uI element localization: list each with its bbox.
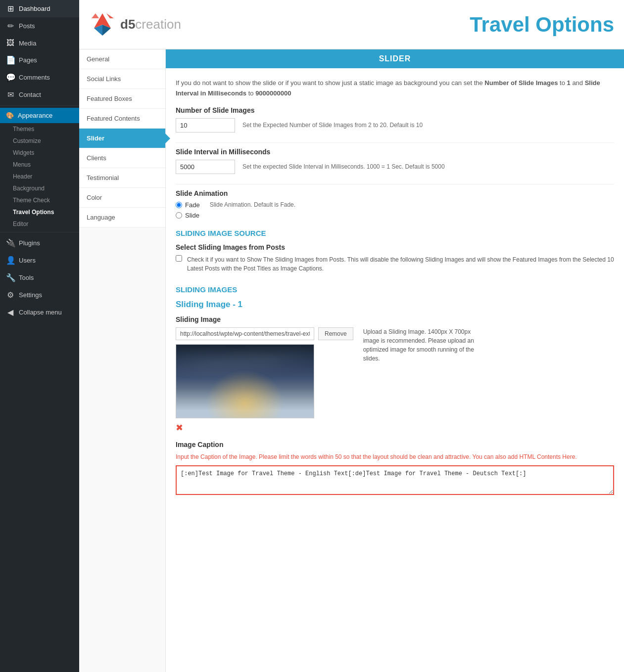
appearance-icon: 🎨 (6, 112, 14, 119)
sidebar-item-posts[interactable]: ✏ Posts (0, 17, 79, 35)
subnav-item-general[interactable]: General (79, 49, 165, 69)
subnav-item-color[interactable]: Color (79, 188, 165, 208)
sidebar-sub-item-themes[interactable]: Themes (0, 123, 79, 135)
sub-nav: General Social Links Featured Boxes Feat… (79, 49, 166, 672)
logo-d5: d5 (120, 17, 135, 32)
slide-animation-label: Slide Animation (176, 189, 614, 197)
sliding-source-checkbox-text: Check it if you want to Show The Sliding… (187, 255, 614, 273)
sidebar-item-appearance[interactable]: 🎨 Appearance (0, 108, 79, 123)
sliding-image-1-left: Remove ✖ (176, 327, 353, 433)
image-url-row: Remove (176, 327, 353, 340)
logo-icon (89, 11, 116, 38)
animation-fade-option[interactable]: Fade (176, 201, 200, 209)
subnav-item-featuredboxes[interactable]: Featured Boxes (79, 89, 165, 109)
logo-area: d5creation (89, 11, 181, 38)
svg-marker-4 (106, 13, 114, 18)
image-url-input[interactable] (176, 327, 314, 340)
sliding-image-1-row: Remove ✖ Upload a Sliding Image. 1400px … (176, 327, 614, 433)
divider-1 (176, 142, 614, 143)
slide-animation-group: Slide Animation Fade Slide (176, 189, 614, 219)
sidebar-sub-item-traveloptions[interactable]: Travel Options (0, 206, 79, 218)
num-slide-label: Number of Slide Images (176, 106, 614, 114)
subnav-item-language[interactable]: Language (79, 208, 165, 227)
animation-row: Fade Slide Slide Animation. Default is F… (176, 201, 614, 219)
divider (0, 105, 79, 106)
animation-slide-option[interactable]: Slide (176, 212, 200, 219)
slide-interval-label: Slide Interval in Milliseconds (176, 148, 614, 156)
slide-clouds (176, 347, 314, 387)
subnav-item-sociallinks[interactable]: Social Links (79, 69, 165, 89)
main-area: d5creation Travel Options General Social… (79, 0, 624, 672)
animation-slide-radio[interactable] (176, 212, 182, 219)
sidebar-item-tools[interactable]: 🔧 Tools (0, 269, 79, 286)
remove-button[interactable]: Remove (318, 327, 353, 340)
slider-section-header: SLIDER (166, 49, 624, 68)
num-slide-group: Number of Slide Images Set the Expected … (176, 106, 614, 133)
image-caption-label: Image Caption (176, 441, 614, 448)
num-slide-row: Set the Expected Number of Slide Images … (176, 118, 614, 133)
settings-icon: ⚙ (6, 290, 15, 300)
sidebar-item-plugins[interactable]: 🔌 Plugins (0, 234, 79, 252)
num-slide-input[interactable] (176, 118, 235, 133)
sidebar-item-pages[interactable]: 📄 Pages (0, 51, 79, 69)
users-icon: 👤 (6, 256, 15, 265)
sidebar: ⊞ Dashboard ✏ Posts 🖼 Media 📄 Pages 💬 Co… (0, 0, 79, 672)
sliding-source-header: SLIDING IMAGE SOURCE (176, 229, 614, 237)
media-icon: 🖼 (6, 39, 15, 47)
subnav-item-testimonial[interactable]: Testimonial (79, 168, 165, 188)
slide-interval-hint: Set the expected Slide Interval in Milli… (242, 163, 614, 170)
comments-icon: 💬 (6, 73, 15, 82)
sidebar-sub-item-widgets[interactable]: Widgets (0, 147, 79, 159)
content-wrapper: General Social Links Featured Boxes Feat… (79, 49, 624, 672)
logo-creation: creation (135, 17, 181, 32)
caption-textarea[interactable]: [:en]Test Image for Travel Theme - Engli… (176, 465, 614, 495)
sidebar-sub-item-themecheck[interactable]: Theme Check (0, 194, 79, 206)
collapse-icon: ◀ (6, 308, 15, 317)
logo-text: d5creation (120, 17, 181, 32)
animation-radio-group: Fade Slide (176, 201, 200, 219)
svg-marker-3 (92, 13, 99, 18)
sidebar-sub-item-header[interactable]: Header (0, 171, 79, 182)
animation-hint: Slide Animation. Default is Fade. (210, 201, 614, 208)
sidebar-item-contact[interactable]: ✉ Contact (0, 86, 79, 103)
sidebar-item-settings[interactable]: ⚙ Settings (0, 286, 79, 304)
sidebar-sub-item-background[interactable]: Background (0, 182, 79, 194)
sidebar-item-collapse[interactable]: ◀ Collapse menu (0, 304, 79, 321)
sliding-image-1-label: Sliding Image (176, 315, 614, 323)
sliding-image-1-title: Sliding Image - 1 (176, 300, 614, 310)
caption-hint: Input the Caption of the Image. Please l… (176, 452, 614, 461)
slider-info-text: If you do not want to show the slide or … (176, 78, 614, 99)
num-slide-hint: Set the Expected Number of Slide Images … (242, 122, 614, 129)
sliding-source-checkbox[interactable] (176, 255, 182, 262)
subnav-item-clients[interactable]: Clients (79, 148, 165, 168)
slide-interval-group: Slide Interval in Milliseconds Set the e… (176, 148, 614, 174)
sidebar-sub-item-customize[interactable]: Customize (0, 135, 79, 147)
pages-icon: 📄 (6, 55, 15, 65)
select-sliding-label: Select Sliding Images from Posts (176, 243, 614, 251)
subnav-item-featuredcontents[interactable]: Featured Contents (79, 109, 165, 129)
section-body: If you do not want to show the slide or … (166, 68, 624, 506)
sidebar-sub-item-editor[interactable]: Editor (0, 218, 79, 230)
plugins-icon: 🔌 (6, 238, 15, 248)
subnav-item-slider[interactable]: Slider (79, 129, 165, 148)
animation-fade-radio[interactable] (176, 202, 182, 208)
slide-interval-input[interactable] (176, 160, 235, 174)
divider2 (0, 232, 79, 232)
contact-icon: ✉ (6, 90, 15, 99)
page-title: Travel Options (470, 13, 614, 37)
sidebar-item-dashboard[interactable]: ⊞ Dashboard (0, 0, 79, 17)
image-caption-area: Image Caption Input the Caption of the I… (176, 441, 614, 496)
divider-2 (176, 184, 614, 184)
posts-icon: ✏ (6, 21, 15, 31)
delete-icon[interactable]: ✖ (176, 422, 353, 433)
slide-image-preview (176, 344, 314, 418)
content-area: SLIDER If you do not want to show the sl… (166, 49, 624, 672)
dashboard-icon: ⊞ (6, 4, 15, 13)
slide-interval-row: Set the expected Slide Interval in Milli… (176, 160, 614, 174)
sidebar-item-media[interactable]: 🖼 Media (0, 35, 79, 51)
sidebar-item-users[interactable]: 👤 Users (0, 252, 79, 269)
sidebar-sub-item-menus[interactable]: Menus (0, 159, 79, 171)
sliding-source-checkbox-area: Check it if you want to Show The Sliding… (176, 255, 614, 273)
page-header: d5creation Travel Options (79, 0, 624, 49)
sidebar-item-comments[interactable]: 💬 Comments (0, 69, 79, 86)
